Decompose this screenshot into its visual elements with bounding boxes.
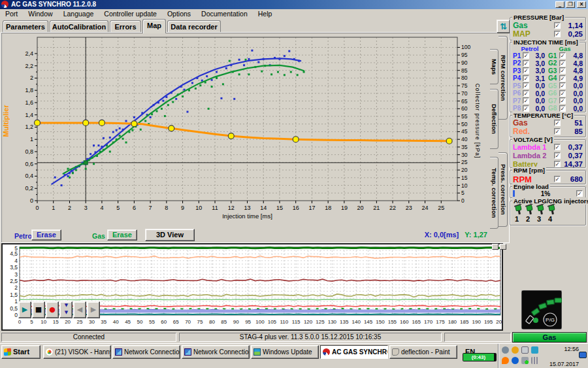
restore-button[interactable]: ❐ bbox=[566, 1, 575, 8]
gas-8-checkbox[interactable]: ✓ bbox=[559, 105, 566, 112]
tab-map[interactable]: Map bbox=[142, 19, 166, 33]
svg-text:35: 35 bbox=[461, 144, 468, 150]
erase-gas-button[interactable]: Erase bbox=[107, 229, 137, 241]
readout-x-label: X: bbox=[425, 231, 432, 239]
menu-documentation[interactable]: Documentation bbox=[196, 9, 253, 18]
view-3d-button[interactable]: 3D View bbox=[145, 229, 195, 241]
engine-load-box: Engine load1%✓ bbox=[510, 186, 586, 198]
taskbar-task-3[interactable]: Network Connections bbox=[182, 345, 250, 359]
multiplier-node[interactable] bbox=[99, 120, 105, 125]
fuel-gauge-indicator: P/G bbox=[521, 290, 562, 329]
tab-errors[interactable]: Errors bbox=[110, 20, 141, 33]
side-tab-deflection[interactable]: Deflection bbox=[490, 89, 498, 149]
injector-test-button[interactable]: ⇅ bbox=[497, 20, 510, 33]
gas-5-checkbox[interactable]: ✓ bbox=[559, 82, 566, 89]
gas-6-value: 0,0 bbox=[566, 90, 583, 97]
menu-options[interactable]: Options bbox=[162, 9, 196, 18]
record-button[interactable]: ● bbox=[46, 301, 59, 318]
svg-text:70: 70 bbox=[185, 319, 191, 325]
minimize-button[interactable]: _ bbox=[555, 1, 564, 8]
side-tab-temp-correction[interactable]: Temp. correction bbox=[490, 157, 498, 229]
petrol-8-checkbox[interactable]: ✓ bbox=[523, 105, 529, 112]
gas-6-checkbox[interactable]: ✓ bbox=[559, 90, 566, 97]
tab-data-recorder[interactable]: Data recorder bbox=[167, 20, 221, 33]
battery-row-checkbox[interactable]: ✓ bbox=[554, 161, 561, 167]
tray-usb-icon[interactable] bbox=[521, 357, 529, 364]
petrol-3-checkbox[interactable]: ✓ bbox=[523, 67, 529, 74]
tab-parameters[interactable]: Parameters bbox=[3, 20, 48, 33]
petrol-7-checkbox[interactable]: ✓ bbox=[523, 97, 529, 104]
petrol-6-checkbox[interactable]: ✓ bbox=[523, 90, 529, 97]
tray-volume-icon[interactable] bbox=[521, 346, 529, 354]
pg-gauge-icon: P/G bbox=[521, 290, 562, 329]
menu-port[interactable]: Port bbox=[0, 9, 23, 18]
pressure-gas-row-value: 1,14 bbox=[561, 22, 583, 29]
petrol-4-checkbox[interactable]: ✓ bbox=[523, 75, 529, 82]
side-tab-rpm-correction[interactable]: RPM correction bbox=[498, 36, 508, 120]
menu-window[interactable]: Window bbox=[23, 9, 57, 18]
tray-shield-icon[interactable] bbox=[512, 346, 519, 354]
gas-3-checkbox[interactable]: ✓ bbox=[559, 67, 566, 74]
multiplier-node[interactable] bbox=[131, 121, 137, 127]
step-forward-button[interactable]: ▶ bbox=[87, 301, 100, 318]
multiplier-node[interactable] bbox=[228, 133, 234, 139]
recorder-splitter-down[interactable] bbox=[500, 244, 506, 250]
menu-help[interactable]: Help bbox=[253, 9, 278, 18]
tab-autocalibration[interactable]: AutoCalibration bbox=[50, 20, 108, 33]
gas-7-checkbox[interactable]: ✓ bbox=[559, 97, 566, 104]
menu-language[interactable]: Language bbox=[58, 9, 99, 18]
jump-end-button[interactable]: ▼ ▼ bbox=[59, 301, 73, 318]
svg-text:2: 2 bbox=[30, 75, 33, 81]
erase-petrol-button[interactable]: Erase bbox=[31, 229, 61, 241]
svg-text:60: 60 bbox=[161, 319, 167, 325]
tray-net-update-icon[interactable] bbox=[531, 346, 538, 354]
taskbar-task-4[interactable]: Windows Update bbox=[251, 345, 319, 359]
pressure-map-row-checkbox[interactable]: ✓ bbox=[554, 31, 561, 37]
multiplier-node[interactable] bbox=[293, 137, 299, 142]
close-button[interactable]: × bbox=[577, 1, 586, 8]
taskbar-task-5[interactable]: AC GAS SYNCHRO bbox=[320, 345, 388, 359]
menu-controller-update[interactable]: Controller update bbox=[99, 9, 162, 18]
tray-headset-icon[interactable] bbox=[502, 346, 509, 354]
step-back-button[interactable]: ◀ bbox=[73, 301, 86, 318]
battery-tray-icon[interactable]: (0:43) bbox=[463, 353, 497, 361]
multiplier-node[interactable] bbox=[446, 138, 452, 144]
multiplier-node[interactable] bbox=[83, 120, 89, 125]
svg-text:1,8: 1,8 bbox=[25, 87, 33, 93]
status-cell-2: STAG-4 plus ver. 11.3 5.0.0 15.12.2015 1… bbox=[179, 333, 442, 342]
temp-gas-row-checkbox[interactable]: ✓ bbox=[554, 120, 561, 126]
lambda2-row-checkbox[interactable]: ✓ bbox=[554, 152, 561, 159]
petrol-2-checkbox[interactable]: ✓ bbox=[523, 60, 529, 67]
gas-1-checkbox[interactable]: ✓ bbox=[559, 52, 566, 59]
engine-load-checkbox[interactable]: ✓ bbox=[576, 190, 583, 197]
side-tab-maps[interactable]: Maps bbox=[490, 49, 498, 84]
lambda1-row-checkbox[interactable]: ✓ bbox=[554, 144, 561, 150]
petrol-3-value: 3,0 bbox=[529, 67, 545, 75]
gas-4-checkbox[interactable]: ✓ bbox=[559, 75, 566, 82]
temp-reducer-row-checkbox[interactable]: ✓ bbox=[554, 128, 561, 135]
multiplier-node[interactable] bbox=[35, 120, 41, 125]
svg-text:2: 2 bbox=[14, 284, 18, 291]
rpm-row: RPM✓680 bbox=[513, 175, 583, 183]
petrol-1-checkbox[interactable]: ✓ bbox=[523, 52, 529, 59]
taskbar-task-6[interactable]: deflection - Paint bbox=[389, 345, 457, 359]
start-button[interactable]: Start bbox=[1, 345, 41, 359]
gas-2-checkbox[interactable]: ✓ bbox=[559, 60, 566, 67]
svg-text:2,2: 2,2 bbox=[25, 63, 33, 69]
tray-bluetooth-icon[interactable] bbox=[512, 357, 519, 364]
taskbar-task-1[interactable]: (21) VISOK - Hannya | ... bbox=[43, 345, 111, 359]
recorder-splitter-up[interactable] bbox=[492, 244, 498, 250]
tray-avast-icon[interactable] bbox=[502, 357, 509, 364]
side-tab-press-correction[interactable]: Press. correction bbox=[498, 152, 508, 227]
stop-button[interactable]: ■ bbox=[32, 301, 45, 318]
petrol-5-checkbox[interactable]: ✓ bbox=[523, 82, 529, 89]
show-desktop-icon[interactable] bbox=[579, 352, 587, 358]
taskbar-task-2[interactable]: Network Connections bbox=[112, 345, 180, 359]
tray-signal-icon[interactable] bbox=[531, 357, 538, 364]
rpm-row-checkbox[interactable]: ✓ bbox=[554, 176, 561, 182]
map-chart[interactable]: 0123456789101112131415161718192021222324… bbox=[0, 33, 490, 229]
play-button[interactable]: ▶ bbox=[18, 301, 31, 318]
pressure-gas-row-checkbox[interactable]: ✓ bbox=[554, 22, 561, 29]
svg-text:185: 185 bbox=[460, 319, 469, 325]
multiplier-node[interactable] bbox=[169, 125, 174, 131]
